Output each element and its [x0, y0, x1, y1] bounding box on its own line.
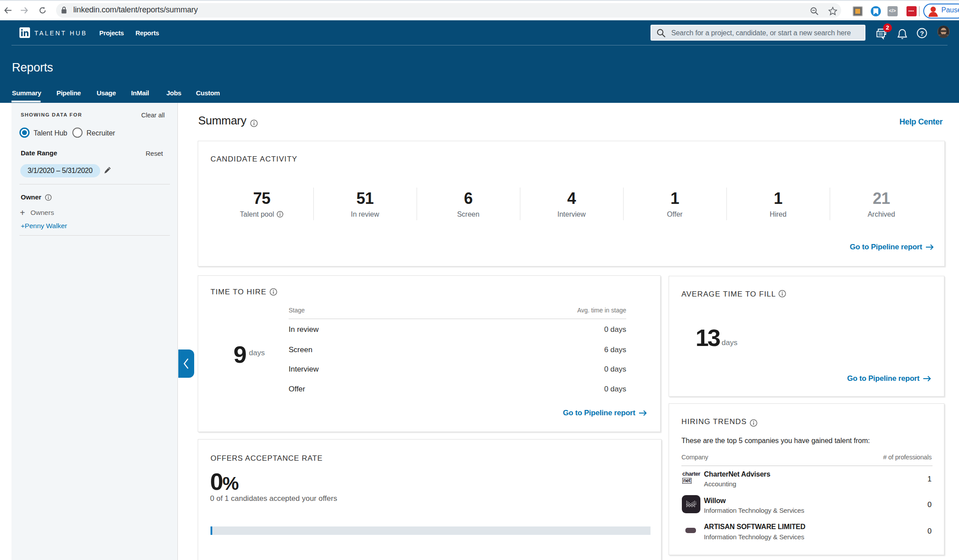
- svg-text:?: ?: [920, 30, 924, 37]
